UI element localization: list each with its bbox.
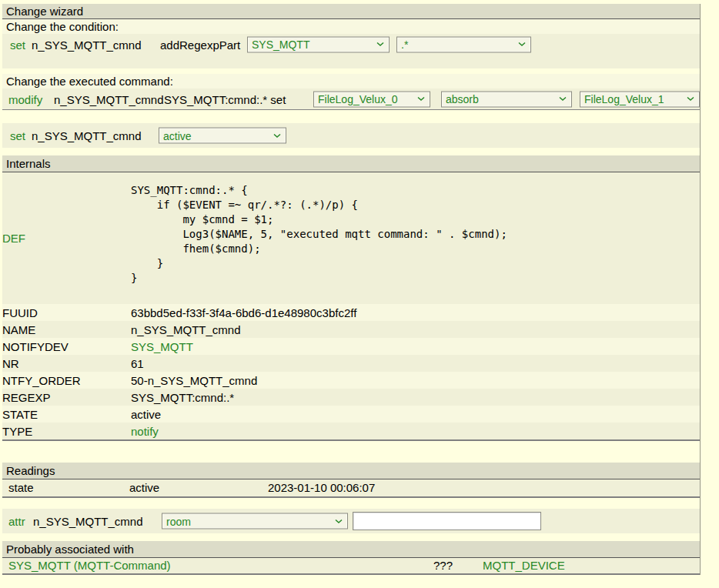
set-keyword: set xyxy=(10,38,25,51)
associated-header: Probably associated with xyxy=(2,541,700,558)
internals-section: Internals DEF SYS_MQTT:cmnd:.* { if ($EV… xyxy=(2,155,700,441)
internal-key: NOTIFYDEV xyxy=(2,338,131,355)
state-select-value: active xyxy=(163,129,192,142)
chevron-down-icon xyxy=(335,519,343,523)
internal-key: NAME xyxy=(2,321,131,338)
internal-row-type: TYPE notify xyxy=(2,423,700,440)
internal-row-nr: NR 61 xyxy=(2,355,700,372)
reading-name: state xyxy=(8,479,129,496)
chevron-down-icon xyxy=(559,97,567,102)
chevron-down-icon xyxy=(376,42,384,47)
absorb-select[interactable]: absorb xyxy=(441,91,572,107)
associated-unknown-value: ??? xyxy=(433,558,483,573)
internal-row-state: STATE active xyxy=(2,406,700,423)
filelog0-select[interactable]: FileLog_Velux_0 xyxy=(313,91,430,107)
internal-value: 50-n_SYS_MQTT_cmnd xyxy=(131,372,700,389)
addregexppart-label: addRegexpPart xyxy=(160,38,240,51)
readings-section: Readings state active 2023-01-10 00:06:0… xyxy=(2,463,700,498)
command-device-name: n_SYS_MQTT_cmnd xyxy=(54,92,164,105)
filelog0-select-value: FileLog_Velux_0 xyxy=(318,93,398,105)
notifydev-device-link[interactable]: SYS_MQTT xyxy=(131,340,193,353)
internals-table: DEF SYS_MQTT:cmnd:.* { if ($EVENT =~ qr/… xyxy=(2,172,700,441)
chevron-down-icon xyxy=(518,42,526,47)
internal-row-regexp: REGEXP SYS_MQTT:cmnd:.* xyxy=(2,389,700,406)
state-set-device-name: n_SYS_MQTT_cmnd xyxy=(32,129,142,142)
chevron-down-icon xyxy=(273,133,281,138)
internal-key: STATE xyxy=(2,406,131,423)
internal-key: NTFY_ORDER xyxy=(2,372,131,389)
associated-row: SYS_MQTT (MQTT-Command) ??? MQTT_DEVICE xyxy=(2,558,700,575)
type-module-link[interactable]: notify xyxy=(131,425,159,438)
internal-row-name: NAME n_SYS_MQTT_cmnd xyxy=(2,321,700,338)
absorb-select-value: absorb xyxy=(446,93,479,105)
attr-value-input[interactable] xyxy=(353,512,541,530)
chevron-down-icon xyxy=(687,97,694,102)
internals-header: Internals xyxy=(2,155,700,172)
internal-value: active xyxy=(131,406,700,423)
regexp-device-select[interactable]: SYS_MQTT xyxy=(247,36,390,52)
attr-name-select[interactable]: room xyxy=(162,513,348,530)
filelog1-select-value: FileLog_Velux_1 xyxy=(584,93,664,105)
command-row: modify n_SYS_MQTT_cmnd SYS_MQTT:cmnd:.* … xyxy=(2,89,700,110)
reading-row: state active 2023-01-10 00:06:07 xyxy=(2,479,700,498)
reading-value: active xyxy=(129,479,268,496)
internal-value: 63bbd5ed-f33f-3f4a-6bd6-d1e48980c3bfc2ff xyxy=(131,304,700,321)
change-wizard-header: Change wizard xyxy=(2,4,700,19)
command-label: Change the executed command: xyxy=(2,74,700,89)
internal-key: TYPE xyxy=(2,423,131,440)
regexp-pattern-select-value: .* xyxy=(401,38,408,51)
internal-value: n_SYS_MQTT_cmnd xyxy=(131,321,700,338)
internal-key: FUUID xyxy=(2,304,131,321)
regexp-pattern-select[interactable]: .* xyxy=(396,36,531,52)
command-args: SYS_MQTT:cmnd:.* set xyxy=(164,92,286,105)
internal-row-notifydev: NOTIFYDEV SYS_MQTT xyxy=(2,338,700,355)
internal-row-ntfy-order: NTFY_ORDER 50-n_SYS_MQTT_cmnd xyxy=(2,372,700,389)
associated-device-link[interactable]: SYS_MQTT (MQTT-Command) xyxy=(8,558,433,573)
attr-row: attr n_SYS_MQTT_cmnd room xyxy=(2,509,700,533)
internal-key: NR xyxy=(2,355,131,372)
associated-section: Probably associated with SYS_MQTT (MQTT-… xyxy=(2,541,700,575)
modify-keyword: modify xyxy=(8,92,42,105)
reading-timestamp: 2023-01-10 00:06:07 xyxy=(268,479,700,496)
device-detail-page: Change wizard Change the condition: set … xyxy=(2,4,701,575)
filelog1-select[interactable]: FileLog_Velux_1 xyxy=(580,91,700,107)
condition-row: set n_SYS_MQTT_cmnd addRegexpPart SYS_MQ… xyxy=(2,34,700,55)
internal-value-def: SYS_MQTT:cmnd:.* { if ($EVENT =~ qr/.*?:… xyxy=(131,172,700,304)
internal-row-fuuid: FUUID 63bbd5ed-f33f-3f4a-6bd6-d1e48980c3… xyxy=(2,304,700,321)
condition-label: Change the condition: xyxy=(2,19,700,34)
state-select[interactable]: active xyxy=(159,128,286,144)
attr-keyword: attr xyxy=(8,515,25,528)
attr-name-select-value: room xyxy=(166,515,191,527)
readings-header: Readings xyxy=(2,463,700,479)
attr-device-name: n_SYS_MQTT_cmnd xyxy=(33,515,143,528)
internal-key-def-link[interactable]: DEF xyxy=(2,232,25,245)
chevron-down-icon xyxy=(417,97,425,102)
set-keyword: set xyxy=(10,129,25,142)
state-set-row: set n_SYS_MQTT_cmnd active xyxy=(2,123,700,148)
associated-type-link[interactable]: MQTT_DEVICE xyxy=(483,558,700,573)
internal-value: SYS_MQTT:cmnd:.* xyxy=(131,389,700,406)
condition-row-spacer xyxy=(2,55,700,68)
internal-value: 61 xyxy=(131,355,700,372)
condition-device-name: n_SYS_MQTT_cmnd xyxy=(32,38,142,51)
internal-key: REGEXP xyxy=(2,389,131,406)
regexp-device-select-value: SYS_MQTT xyxy=(252,38,309,51)
internal-row-def: DEF SYS_MQTT:cmnd:.* { if ($EVENT =~ qr/… xyxy=(2,172,700,304)
